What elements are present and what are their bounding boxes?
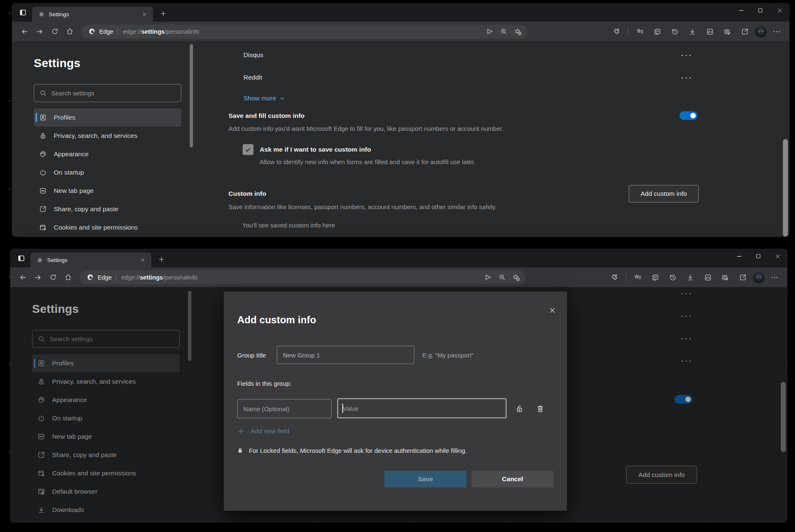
group-title-label: Group title: [237, 352, 266, 359]
sidebar-item-new-tab-page[interactable]: New tab page: [34, 182, 181, 200]
add-favorite-icon[interactable]: [511, 25, 525, 38]
close-button[interactable]: [770, 3, 789, 17]
maximize-button[interactable]: [749, 249, 768, 263]
page-scrollbar[interactable]: [783, 139, 788, 237]
add-custom-info-button[interactable]: Add custom info: [626, 466, 697, 484]
home-button[interactable]: [60, 270, 75, 285]
row-more-icon[interactable]: [679, 50, 693, 61]
group-title-hint: E.g. "My passport": [422, 352, 474, 359]
sidebar-item-cookies-permissions[interactable]: Cookies and site permissions: [34, 218, 181, 237]
save-fill-toggle[interactable]: [675, 395, 692, 404]
sidebar-item-downloads[interactable]: Downloads: [32, 501, 180, 519]
math-solver-icon[interactable]: [700, 270, 715, 285]
edge-logo-icon: [88, 27, 96, 35]
downloads-toolbar-icon[interactable]: [685, 24, 700, 39]
show-more-link[interactable]: Show more: [243, 95, 285, 102]
tab-actions-button[interactable]: [14, 252, 29, 265]
sidebar-item-profiles[interactable]: Profiles: [34, 108, 181, 127]
refresh-button[interactable]: [47, 24, 62, 39]
collections-icon[interactable]: [648, 270, 663, 285]
unlock-field-icon[interactable]: [512, 402, 527, 416]
back-button[interactable]: [17, 24, 32, 39]
cancel-button[interactable]: Cancel: [471, 471, 554, 487]
profile-avatar[interactable]: [753, 272, 765, 283]
history-icon[interactable]: [667, 24, 682, 39]
send-page-icon[interactable]: [482, 25, 497, 38]
collections-icon[interactable]: [650, 24, 665, 39]
row-more-icon[interactable]: [679, 356, 693, 367]
new-tab-button[interactable]: [155, 252, 168, 266]
settings-more-icon[interactable]: [767, 270, 782, 285]
sidebar-item-profiles[interactable]: Profiles: [32, 354, 180, 372]
refresh-button[interactable]: [45, 270, 60, 285]
settings-search[interactable]: [34, 84, 181, 102]
share-toolbar-icon[interactable]: [735, 270, 750, 285]
page-scrollbar[interactable]: [781, 382, 786, 452]
home-button[interactable]: [62, 24, 77, 39]
inner-scrollbar[interactable]: [188, 291, 191, 361]
forward-button[interactable]: [30, 270, 45, 285]
row-more-icon[interactable]: [679, 311, 693, 322]
delete-field-icon[interactable]: [533, 402, 547, 416]
downloads-icon: [37, 506, 45, 514]
sidebar-item-cookies-permissions[interactable]: Cookies and site permissions: [32, 464, 180, 482]
zoom-icon[interactable]: [495, 271, 509, 284]
dialog-close-icon[interactable]: [547, 305, 558, 316]
sidebar-item-default-browser[interactable]: Default browser: [32, 482, 180, 501]
close-button[interactable]: [768, 249, 787, 263]
row-more-icon[interactable]: [679, 288, 693, 299]
extensions-icon[interactable]: [607, 270, 622, 285]
sidebar-item-appearance[interactable]: Appearance: [34, 145, 181, 163]
send-page-icon[interactable]: [481, 271, 495, 284]
address-bar[interactable]: Edge edge://settings/personalinfo: [81, 25, 527, 39]
row-more-icon[interactable]: [679, 333, 693, 344]
row-more-icon[interactable]: [679, 72, 693, 83]
extensions-icon[interactable]: [609, 24, 624, 39]
sidebar-item-share-copy-paste[interactable]: Share, copy and paste: [34, 200, 181, 218]
inner-scrollbar[interactable]: [190, 44, 193, 147]
add-favorite-icon[interactable]: [509, 271, 523, 284]
minimize-button[interactable]: [730, 249, 749, 263]
add-custom-info-button[interactable]: Add custom info: [629, 185, 699, 202]
maximize-button[interactable]: [751, 3, 770, 17]
minimize-button[interactable]: [732, 3, 751, 17]
new-tab-button[interactable]: [156, 7, 170, 20]
add-new-field-button[interactable]: Add new field: [237, 427, 289, 435]
browser-tab[interactable]: Settings: [32, 7, 153, 22]
settings-more-icon[interactable]: [769, 24, 784, 39]
tab-actions-button[interactable]: [15, 6, 30, 19]
sidebar-item-on-startup[interactable]: On startup: [34, 163, 181, 182]
sidebar-item-share-copy-paste[interactable]: Share, copy and paste: [32, 446, 180, 464]
field-name-input[interactable]: [237, 399, 331, 418]
favorites-icon[interactable]: [630, 270, 645, 285]
address-bar[interactable]: Edge edge://settings/personalinfo: [80, 270, 526, 285]
web-capture-icon[interactable]: [718, 270, 733, 285]
group-title-input[interactable]: [277, 346, 414, 364]
tab-close-icon[interactable]: [140, 10, 149, 19]
save-button[interactable]: Save: [384, 471, 466, 487]
web-capture-icon[interactable]: [720, 24, 735, 39]
tab-close-icon[interactable]: [138, 255, 147, 265]
history-icon[interactable]: [665, 270, 680, 285]
sidebar-item-privacy[interactable]: Privacy, search, and services: [32, 372, 180, 391]
ask-me-checkbox[interactable]: [243, 144, 253, 155]
field-value-input[interactable]: Value: [337, 398, 507, 418]
sidebar-item-appearance[interactable]: Appearance: [32, 391, 180, 409]
sidebar-item-privacy[interactable]: Privacy, search, and services: [34, 127, 181, 145]
math-solver-icon[interactable]: [702, 24, 717, 39]
browser-tab[interactable]: Settings: [30, 252, 151, 267]
forward-button[interactable]: [32, 24, 47, 39]
site-row-label: Reddit: [243, 74, 262, 81]
back-button[interactable]: [15, 270, 30, 285]
search-input[interactable]: [51, 90, 176, 97]
settings-search[interactable]: [32, 330, 180, 348]
profile-avatar[interactable]: [755, 26, 767, 37]
search-input[interactable]: [50, 335, 174, 342]
zoom-icon[interactable]: [497, 25, 511, 38]
sidebar-item-new-tab-page[interactable]: New tab page: [32, 427, 180, 446]
downloads-toolbar-icon[interactable]: [683, 270, 698, 285]
save-fill-toggle[interactable]: [680, 111, 697, 120]
sidebar-item-on-startup[interactable]: On startup: [32, 409, 180, 427]
favorites-icon[interactable]: [632, 24, 647, 39]
share-toolbar-icon[interactable]: [737, 24, 752, 39]
